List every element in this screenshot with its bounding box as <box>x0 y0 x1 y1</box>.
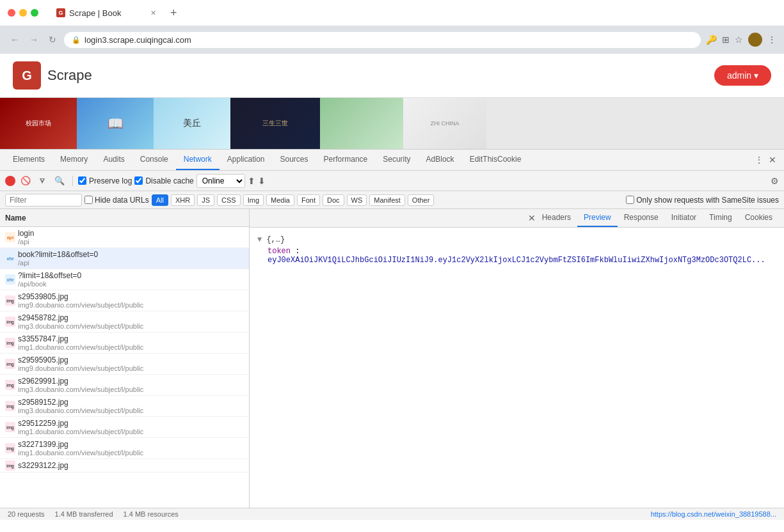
tab-elements[interactable]: Elements <box>5 150 52 170</box>
request-icon: img <box>5 380 15 390</box>
tab-audits[interactable]: Audits <box>95 150 132 170</box>
title-bar: G Scrape | Book ✕ + <box>0 0 784 26</box>
hide-data-urls-label[interactable]: Hide data URLs <box>84 196 149 205</box>
devtools-close-icon[interactable]: ✕ <box>766 150 779 170</box>
request-item[interactable]: img s33557847.jpg img1.doubanio.com/view… <box>0 332 249 354</box>
json-collapse-icon[interactable]: ▼ <box>257 235 262 244</box>
filter-tag-all[interactable]: All <box>152 194 168 206</box>
request-path: img3.doubanio.com/view/subject/l/public <box>18 407 244 414</box>
devtools-more-icon[interactable]: ⋮ <box>752 150 766 170</box>
same-site-checkbox[interactable] <box>626 196 634 204</box>
preserve-log-label[interactable]: Preserve log <box>78 176 132 185</box>
filter-tag-manifest[interactable]: Manifest <box>369 194 405 206</box>
key-icon[interactable]: 🔑 <box>706 35 717 45</box>
book-cover-4: 三生三世 <box>230 98 320 149</box>
record-button[interactable] <box>5 176 15 186</box>
request-item[interactable]: api login /api <box>0 227 249 248</box>
filter-tag-img[interactable]: Img <box>243 194 264 206</box>
admin-button[interactable]: admin ▾ <box>714 65 771 86</box>
throttle-select[interactable]: Online Slow 3G Fast 3G Offline <box>196 174 245 188</box>
request-item[interactable]: img s29629991.jpg img3.doubanio.com/view… <box>0 375 249 396</box>
request-icon: api <box>5 232 15 242</box>
request-item[interactable]: img s29595905.jpg img9.doubanio.com/view… <box>0 354 249 375</box>
transferred-size: 1.4 MB transferred <box>54 510 113 518</box>
logo-letter: G <box>22 68 32 83</box>
back-button[interactable]: ← <box>8 33 22 46</box>
tab-performance[interactable]: Performance <box>316 150 376 170</box>
filter-input[interactable] <box>5 194 82 207</box>
tab-cookies[interactable]: Cookies <box>739 209 779 227</box>
browser-tab[interactable]: G Scrape | Book ✕ <box>49 3 164 23</box>
filter-tag-js[interactable]: JS <box>197 194 214 206</box>
request-item[interactable]: img s29589152.jpg img3.doubanio.com/view… <box>0 396 249 417</box>
new-tab-button[interactable]: + <box>166 6 181 20</box>
lock-icon: 🔒 <box>72 36 81 44</box>
tab-preview[interactable]: Preview <box>577 209 618 227</box>
resources-size: 1.4 MB resources <box>124 510 179 518</box>
tab-security[interactable]: Security <box>375 150 418 170</box>
extension-icon[interactable]: ⊞ <box>722 35 730 45</box>
disable-cache-checkbox[interactable] <box>134 176 143 185</box>
detail-close-button[interactable]: ✕ <box>528 213 536 223</box>
tab-initiator[interactable]: Initiator <box>665 209 703 227</box>
tab-editthiscookie[interactable]: EditThisCookie <box>462 150 529 170</box>
tab-network[interactable]: Network <box>176 150 220 170</box>
json-value-token: eyJ0eXAiOiJKV1QiLCJhbGciOiJIUzI1NiJ9.eyJ… <box>268 256 765 265</box>
tab-timing[interactable]: Timing <box>703 209 739 227</box>
tab-adblock[interactable]: AdBlock <box>419 150 462 170</box>
json-colon: : <box>295 247 300 256</box>
preserve-log-checkbox[interactable] <box>78 176 86 185</box>
request-path: /api <box>18 259 244 267</box>
profile-avatar[interactable] <box>748 33 762 47</box>
export-button[interactable]: ⬇ <box>258 176 266 186</box>
request-name: login <box>18 229 244 238</box>
request-item[interactable]: xhr book?limit=18&offset=0 /api <box>0 248 249 269</box>
reload-button[interactable]: ↻ <box>46 33 59 46</box>
search-button[interactable]: 🔍 <box>52 175 67 187</box>
csdn-link[interactable]: https://blog.csdn.net/weixin_38819588... <box>651 510 776 518</box>
filter-tag-css[interactable]: CSS <box>217 194 241 206</box>
tab-sources[interactable]: Sources <box>273 150 316 170</box>
request-item[interactable]: img s32271399.jpg img1.doubanio.com/view… <box>0 438 249 459</box>
tab-headers[interactable]: Headers <box>536 209 577 227</box>
disable-cache-label[interactable]: Disable cache <box>134 176 193 185</box>
request-name: s29629991.jpg <box>18 377 244 386</box>
tab-application[interactable]: Application <box>220 150 273 170</box>
request-item[interactable]: img s32293122.jpg <box>0 459 249 473</box>
import-button[interactable]: ⬆ <box>248 176 255 186</box>
same-site-label[interactable]: Only show requests with SameSite issues <box>626 196 779 205</box>
request-path: img9.doubanio.com/view/subject/l/public <box>18 301 244 309</box>
minimize-button[interactable] <box>19 9 27 17</box>
request-item[interactable]: img s29539805.jpg img9.doubanio.com/view… <box>0 290 249 311</box>
filter-tag-font[interactable]: Font <box>297 194 320 206</box>
filter-tag-ws[interactable]: WS <box>347 194 367 206</box>
filter-button[interactable]: ⛛ <box>36 175 49 187</box>
request-item[interactable]: img s29512259.jpg img1.doubanio.com/view… <box>0 417 249 438</box>
site-title: Scrape <box>47 67 92 84</box>
tab-close-button[interactable]: ✕ <box>150 9 156 17</box>
filter-tag-doc[interactable]: Doc <box>323 194 344 206</box>
address-bar[interactable]: 🔒 login3.scrape.cuiqingcai.com <box>64 32 701 48</box>
request-item[interactable]: xhr ?limit=18&offset=0 /api/book <box>0 269 249 290</box>
request-icon: img <box>5 338 15 348</box>
hide-data-urls-checkbox[interactable] <box>84 196 93 204</box>
tab-response[interactable]: Response <box>618 209 665 227</box>
menu-icon[interactable]: ⋮ <box>767 35 776 45</box>
tab-console[interactable]: Console <box>132 150 176 170</box>
request-item[interactable]: img s29458782.jpg img3.doubanio.com/view… <box>0 311 249 332</box>
settings-gear-icon[interactable]: ⚙ <box>771 176 779 186</box>
maximize-button[interactable] <box>31 9 38 17</box>
bookmark-icon[interactable]: ☆ <box>735 35 743 45</box>
filter-tag-xhr[interactable]: XHR <box>171 194 195 206</box>
book-cover-3: 美丘 <box>154 98 230 149</box>
tab-memory[interactable]: Memory <box>52 150 95 170</box>
clear-button[interactable]: 🚫 <box>18 175 33 187</box>
book-covers-strip: 校园市场 📖 美丘 三生三世 ZHI CHINA <box>0 98 784 149</box>
tab-favicon-letter: G <box>58 10 63 16</box>
filter-tag-media[interactable]: Media <box>266 194 294 206</box>
request-path: /api/book <box>18 280 244 288</box>
requests-list[interactable]: api login /api xhr book?limit=18&offset=… <box>0 227 249 508</box>
forward-button[interactable]: → <box>27 33 41 46</box>
close-button[interactable] <box>8 9 15 17</box>
filter-tag-other[interactable]: Other <box>408 194 435 206</box>
